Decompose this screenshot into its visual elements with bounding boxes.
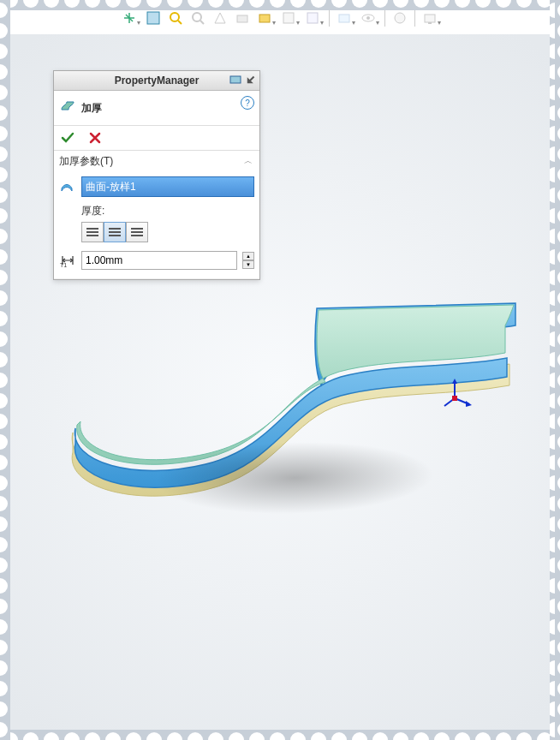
dynamic-view-icon[interactable] [233, 9, 252, 27]
apply-scene-icon[interactable] [335, 9, 354, 27]
display-style-icon[interactable] [255, 9, 274, 27]
dropdown-caret-icon[interactable]: ▾ [137, 19, 140, 27]
svg-line-4 [200, 21, 204, 24]
panel-header: PropertyManager [54, 71, 259, 91]
toolbar-separator [329, 9, 330, 27]
feature-name: 加厚 [81, 101, 102, 116]
svg-rect-9 [339, 15, 349, 22]
surface-selection-row: 曲面-放样1 [59, 176, 254, 197]
thickness-direction-group [81, 222, 254, 242]
svg-rect-13 [425, 15, 435, 22]
svg-rect-8 [307, 13, 318, 23]
svg-rect-5 [237, 15, 247, 22]
direction-both-button[interactable] [104, 222, 126, 242]
view-orientation-icon[interactable] [120, 9, 139, 27]
thickness-input[interactable] [81, 251, 237, 270]
svg-rect-6 [259, 15, 270, 22]
thickness-label: 厚度: [81, 204, 254, 218]
zoom-to-fit-icon[interactable] [144, 9, 163, 27]
thickness-dim-icon: T1 [59, 252, 76, 269]
section-title: 加厚参数(T) [59, 154, 113, 169]
thickness-spinner: ▲ ▼ [242, 252, 254, 269]
svg-point-3 [193, 13, 201, 21]
selected-surface-field[interactable]: 曲面-放样1 [81, 176, 254, 197]
thicken-parameters-section: 加厚参数(T) ︿ 曲面-放样1 厚度: [54, 151, 259, 279]
section-header[interactable]: 加厚参数(T) ︿ [54, 151, 259, 171]
spin-up-button[interactable]: ▲ [242, 252, 254, 260]
svg-point-12 [395, 13, 405, 23]
property-manager-panel: PropertyManager 加厚 ? 加厚参数(T) ︿ [53, 70, 260, 280]
svg-line-2 [178, 21, 182, 24]
keep-visible-icon[interactable] [229, 73, 242, 87]
zoom-to-area-icon[interactable] [166, 9, 185, 27]
svg-rect-7 [283, 13, 294, 23]
svg-rect-21 [230, 76, 241, 83]
direction-side2-button[interactable] [126, 222, 148, 242]
spin-down-button[interactable]: ▼ [242, 260, 254, 269]
collapse-icon: ︿ [244, 155, 253, 167]
ok-cancel-row [54, 126, 259, 151]
pin-icon[interactable] [244, 73, 258, 87]
screen-capture-icon[interactable] [420, 9, 439, 27]
view-toolbar: ▾ ▾ ▾ ▾ ▾ ▾ ▾ [0, 5, 560, 31]
toolbar-separator [384, 9, 385, 27]
view-settings-icon[interactable] [359, 9, 378, 27]
svg-text:T1: T1 [60, 262, 67, 268]
dropdown-caret-icon[interactable]: ▾ [272, 19, 276, 27]
section-view-icon[interactable] [211, 9, 229, 27]
help-icon[interactable]: ? [241, 96, 254, 110]
previous-view-icon[interactable] [188, 9, 207, 27]
display-manager-icon[interactable] [390, 9, 409, 27]
surface-select-icon [59, 178, 76, 195]
svg-point-11 [366, 16, 370, 20]
feature-title-row: 加厚 ? [54, 91, 259, 126]
edit-appearance-icon[interactable] [303, 9, 322, 27]
hide-show-icon[interactable] [279, 9, 298, 27]
thickness-value-row: T1 ▲ ▼ [59, 251, 254, 270]
svg-rect-0 [147, 12, 159, 24]
panel-title: PropertyManager [115, 75, 200, 87]
direction-side1-button[interactable] [81, 222, 104, 242]
svg-point-1 [170, 13, 179, 21]
toolbar-separator [414, 9, 415, 27]
feature-icon [59, 98, 76, 118]
svg-rect-14 [428, 22, 432, 24]
cancel-button[interactable] [86, 129, 104, 146]
ok-button[interactable] [59, 129, 76, 146]
